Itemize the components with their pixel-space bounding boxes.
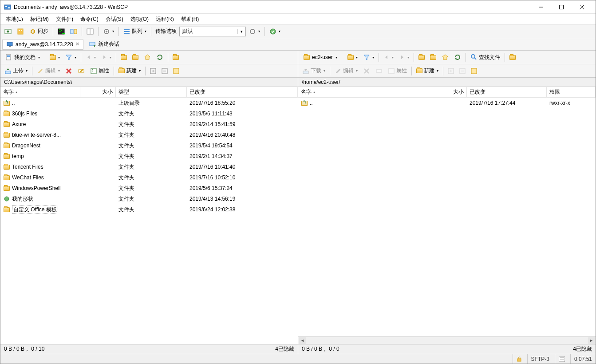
menu-item[interactable]: 标记(M) (27, 14, 52, 24)
find-files-button[interactable]: 查找文件 (468, 52, 502, 63)
edit-button[interactable]: 编辑▾ (35, 66, 62, 76)
right-scrollbar[interactable]: ◄ ► (298, 336, 596, 344)
scroll-left-icon[interactable]: ◄ (299, 337, 306, 344)
queue-button[interactable]: 队列▾ (121, 26, 149, 37)
rename-icon[interactable] (373, 66, 385, 76)
properties-button[interactable]: 属性 (88, 66, 111, 76)
root-dir-icon[interactable] (428, 52, 438, 63)
calc-icon[interactable] (171, 66, 182, 76)
menu-item[interactable]: 文件(F) (52, 14, 77, 24)
upload-button[interactable]: 上传▾ (2, 66, 30, 76)
plus-icon[interactable] (446, 66, 456, 76)
transfer-preset-combo[interactable]: 默认 ▾ (179, 27, 246, 36)
menu-item[interactable]: 选项(O) (127, 14, 152, 24)
sites-icon[interactable] (15, 26, 26, 37)
col-name[interactable]: 名字▴ (0, 87, 80, 97)
menu-item[interactable]: 本地(L) (2, 14, 27, 24)
minus-icon[interactable] (457, 66, 468, 76)
left-file-pane: 名字▴ 大小 类型 已改变 ..上级目录2019/7/16 18:55:2036… (0, 87, 298, 344)
table-row[interactable]: WeChat Files文件夹2019/7/16 10:52:10 (0, 172, 298, 183)
forward-icon[interactable]: ▾ (397, 52, 411, 63)
filter-icon[interactable]: ▾ (63, 52, 79, 63)
refresh-icon[interactable] (154, 52, 166, 63)
open-folder-icon[interactable]: ▾ (345, 52, 360, 63)
compare-icon[interactable] (68, 26, 79, 37)
minus-icon[interactable] (159, 66, 170, 76)
col-perm[interactable]: 权限 (547, 87, 596, 97)
menu-item[interactable]: 帮助(H) (178, 14, 203, 24)
delete-icon[interactable] (63, 66, 75, 76)
settings-icon[interactable]: ▾ (101, 26, 116, 37)
right-file-list[interactable]: ..2019/7/16 17:27:44rwxr-xr-x (298, 98, 596, 336)
table-row[interactable]: 360js Files文件夹2019/5/6 11:11:43 (0, 108, 298, 119)
parent-dir-icon[interactable] (416, 52, 427, 63)
menu-item[interactable]: 会话(S) (102, 14, 127, 24)
commander-icon[interactable] (84, 26, 96, 37)
home-icon[interactable] (142, 52, 153, 63)
parent-dir-icon[interactable] (118, 52, 129, 63)
bookmark-icon[interactable] (507, 52, 518, 63)
new-session-icon[interactable] (2, 26, 14, 37)
table-row[interactable]: 自定义 Office 模板文件夹2019/6/24 12:02:38 (0, 204, 298, 215)
col-size[interactable]: 大小 (80, 87, 116, 97)
left-folder-select[interactable]: 我的文档 ▾ (2, 52, 47, 63)
col-name[interactable]: 名字▴ (298, 87, 440, 97)
bookmark-icon[interactable] (170, 52, 181, 63)
table-row[interactable]: DragonNest文件夹2019/5/4 19:54:54 (0, 140, 298, 151)
col-size[interactable]: 大小 (440, 87, 467, 97)
filter-icon[interactable]: ▾ (361, 52, 376, 63)
delete-icon[interactable] (361, 66, 372, 76)
table-row[interactable]: WindowsPowerShell文件夹2019/5/6 15:37:24 (0, 183, 298, 194)
table-row[interactable]: Axure文件夹2019/2/14 15:41:59 (0, 119, 298, 130)
new-button[interactable]: 新建▾ (116, 66, 143, 76)
table-row[interactable]: blue-write-server-8...文件夹2019/4/16 20:40… (0, 130, 298, 140)
forward-icon[interactable]: ▾ (99, 52, 114, 63)
col-changed[interactable]: 已改变 (467, 87, 547, 97)
close-button[interactable] (572, 0, 592, 14)
table-row[interactable]: 我的形状文件夹2019/4/13 14:56:19 (0, 194, 298, 204)
protocol-label: SFTP-3 (527, 354, 549, 364)
edit-button[interactable]: 编辑▾ (332, 66, 360, 76)
table-row[interactable]: ..上级目录2019/7/16 18:55:20 (0, 98, 298, 108)
transfer-settings-icon[interactable]: ▾ (247, 26, 262, 37)
close-tab-icon[interactable]: ✕ (75, 41, 79, 47)
rename-icon[interactable] (75, 66, 87, 76)
table-row[interactable]: temp文件夹2019/2/1 14:34:37 (0, 151, 298, 162)
scroll-right-icon[interactable]: ► (588, 337, 595, 344)
svg-rect-12 (21, 30, 22, 31)
new-button[interactable]: 新建▾ (414, 66, 441, 76)
right-folder-select[interactable]: ec2-user ▾ (300, 52, 344, 62)
download-button[interactable]: 下载▾ (300, 66, 328, 76)
minimize-button[interactable] (531, 0, 551, 14)
root-dir-icon[interactable] (130, 52, 141, 63)
svg-rect-33 (7, 56, 10, 57)
session-tab-active[interactable]: andy_aws@3.14.73.228 ✕ (2, 39, 83, 50)
menu-item[interactable]: 命令(C) (77, 14, 102, 24)
col-type[interactable]: 类型 (116, 87, 187, 97)
right-path[interactable]: /home/ec2-user/ (298, 77, 596, 87)
console-icon[interactable]: >_ (55, 26, 67, 37)
col-changed[interactable]: 已改变 (187, 87, 298, 97)
folder-icon (3, 174, 10, 181)
left-path[interactable]: C:\Users\magos\Documents\ (0, 77, 298, 87)
refresh-icon[interactable] (452, 52, 463, 63)
left-file-list[interactable]: ..上级目录2019/7/16 18:55:20360js Files文件夹20… (0, 98, 298, 344)
folder-icon (3, 153, 10, 160)
new-session-button[interactable]: 新建会话 (85, 39, 123, 49)
svg-rect-4 (560, 5, 564, 9)
home-icon[interactable] (439, 52, 451, 63)
svg-rect-23 (124, 33, 130, 34)
open-folder-icon[interactable]: ▾ (47, 52, 62, 63)
properties-button[interactable]: 属性 (386, 66, 409, 76)
calc-icon[interactable] (469, 66, 479, 76)
log-icon[interactable] (555, 354, 565, 364)
sync-button[interactable]: 同步 (27, 26, 51, 37)
plus-icon[interactable] (148, 66, 158, 76)
table-row[interactable]: ..2019/7/16 17:27:44rwxr-xr-x (298, 98, 596, 108)
back-icon[interactable]: ▾ (83, 52, 98, 63)
menu-item[interactable]: 远程(R) (152, 14, 178, 24)
table-row[interactable]: Tencent Files文件夹2019/7/16 10:41:40 (0, 162, 298, 172)
disconnect-icon[interactable]: ▾ (267, 26, 283, 37)
back-icon[interactable]: ▾ (381, 52, 396, 63)
maximize-button[interactable] (551, 0, 572, 14)
